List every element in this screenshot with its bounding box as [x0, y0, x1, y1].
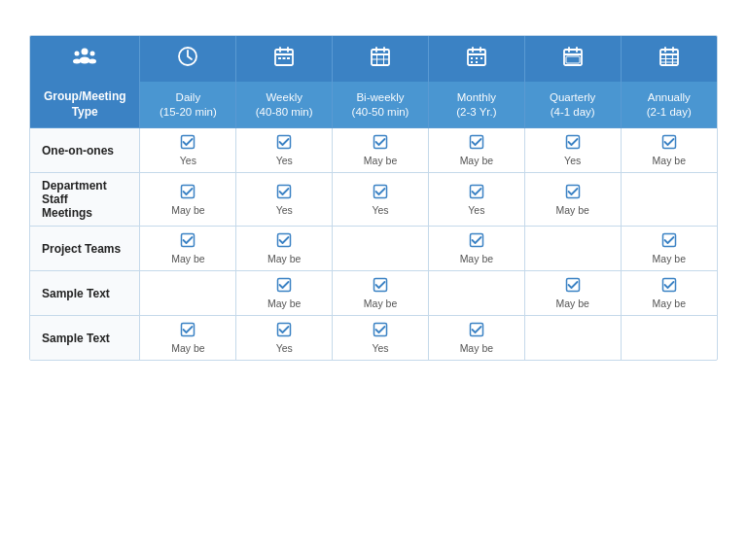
checkbox-icon — [373, 322, 388, 340]
checkbox-icon — [469, 232, 484, 251]
clock-icon — [140, 36, 236, 82]
svg-rect-27 — [480, 57, 482, 59]
checkbox-icon — [661, 134, 677, 153]
svg-rect-26 — [476, 57, 478, 59]
svg-point-4 — [90, 52, 95, 56]
cell-2-5: May be — [621, 227, 717, 271]
cell-4-2: Yes — [333, 316, 429, 361]
cell-3-1: May be — [236, 271, 333, 316]
cell-3-5: May be — [621, 271, 717, 316]
header-cell-3: Bi-weekly(40-50 min) — [333, 82, 429, 128]
checkbox-icon — [180, 322, 196, 340]
cell-text: May be — [171, 342, 204, 354]
cell-text: May be — [364, 155, 397, 166]
cell-1-2: Yes — [333, 173, 429, 227]
cell-2-4 — [524, 227, 621, 271]
monthly-cal-icon — [428, 36, 524, 82]
row-label-1: Department StaffMeetings — [30, 173, 140, 227]
cell-text: May be — [653, 155, 686, 166]
cell-3-2: May be — [333, 271, 429, 316]
cell-0-3: May be — [428, 128, 524, 173]
header-cell-4: Monthly(2-3 Yr.) — [428, 82, 524, 128]
label-header-row: Group/Meeting TypeDaily(15-20 min)Weekly… — [30, 82, 717, 128]
cell-text: Yes — [180, 155, 196, 166]
cell-4-3: May be — [428, 316, 524, 361]
cell-text: May be — [460, 253, 493, 264]
cell-0-4: Yes — [524, 128, 621, 173]
cell-text: May be — [653, 253, 686, 264]
svg-rect-11 — [278, 57, 281, 59]
header-cell-6: Annually(2-1 day) — [621, 82, 717, 128]
cell-text: May be — [460, 342, 493, 354]
cell-text: May be — [555, 204, 588, 216]
checkbox-icon — [469, 184, 484, 202]
quarterly-cal-icon — [524, 36, 621, 82]
cadence-table-wrapper: Group/Meeting TypeDaily(15-20 min)Weekly… — [29, 35, 718, 361]
cell-text: Yes — [372, 204, 388, 216]
checkbox-icon — [661, 277, 677, 296]
header-cell-5: Quarterly(4-1 day) — [524, 82, 621, 128]
cell-text: Yes — [564, 155, 581, 166]
svg-rect-28 — [471, 61, 473, 63]
cell-text: May be — [555, 298, 588, 309]
svg-rect-34 — [566, 56, 580, 63]
row-label-0: One-on-ones — [30, 128, 140, 173]
cell-text: Yes — [276, 342, 293, 354]
checkbox-icon — [180, 232, 196, 251]
cell-2-2 — [333, 227, 429, 271]
cell-text: May be — [364, 298, 397, 309]
table-row: Sample Text May be Yes Yes May be — [30, 316, 717, 361]
svg-rect-13 — [287, 57, 290, 59]
cell-0-5: May be — [621, 128, 717, 173]
cell-text: May be — [267, 253, 301, 264]
cell-0-1: Yes — [236, 128, 333, 173]
cell-1-1: Yes — [236, 173, 333, 227]
checkbox-icon — [469, 322, 484, 340]
svg-rect-14 — [372, 50, 389, 65]
row-label-2: Project Teams — [30, 227, 140, 271]
header-cell-0: Group/Meeting Type — [30, 82, 140, 128]
cell-2-1: May be — [236, 227, 333, 271]
cell-1-5 — [621, 173, 717, 227]
group-icon — [30, 36, 140, 82]
svg-point-5 — [89, 59, 96, 64]
cell-text: May be — [460, 155, 493, 166]
biweekly-cal-icon — [333, 36, 429, 82]
header-cell-1: Daily(15-20 min) — [140, 82, 236, 128]
cell-3-3 — [428, 271, 524, 316]
table-row: Department StaffMeetings May be Yes Yes … — [30, 173, 717, 227]
svg-point-3 — [73, 59, 81, 64]
checkbox-icon — [276, 232, 292, 251]
svg-point-2 — [75, 52, 80, 56]
cadence-table: Group/Meeting TypeDaily(15-20 min)Weekly… — [30, 36, 717, 360]
table-body: One-on-ones Yes Yes May be May be Yes Ma… — [30, 128, 717, 361]
svg-rect-29 — [476, 61, 478, 63]
cell-text: Yes — [276, 155, 293, 166]
cell-text: Yes — [372, 342, 388, 354]
cell-4-1: Yes — [236, 316, 333, 361]
checkbox-icon — [565, 184, 581, 202]
cell-1-4: May be — [524, 173, 621, 227]
cell-text: May be — [171, 204, 204, 216]
row-label-4: Sample Text — [30, 316, 140, 361]
table-row: Sample Text May be May be May be May be — [30, 271, 717, 316]
cell-2-3: May be — [428, 227, 524, 271]
cell-0-0: Yes — [140, 128, 236, 173]
cell-1-0: May be — [140, 173, 236, 227]
svg-point-1 — [80, 57, 90, 64]
checkbox-icon — [565, 277, 581, 296]
cell-4-4 — [524, 316, 621, 361]
icon-header-row — [30, 36, 717, 82]
checkbox-icon — [276, 184, 292, 202]
cell-0-2: May be — [333, 128, 429, 173]
checkbox-icon — [180, 134, 196, 153]
table-row: Project Teams May be May be May be May b… — [30, 227, 717, 271]
checkbox-icon — [276, 134, 292, 153]
checkbox-icon — [276, 322, 292, 340]
row-label-3: Sample Text — [30, 271, 140, 316]
svg-rect-12 — [283, 57, 286, 59]
svg-rect-25 — [471, 57, 473, 59]
cell-3-4: May be — [524, 271, 621, 316]
checkbox-icon — [565, 134, 581, 153]
checkbox-icon — [469, 134, 484, 153]
